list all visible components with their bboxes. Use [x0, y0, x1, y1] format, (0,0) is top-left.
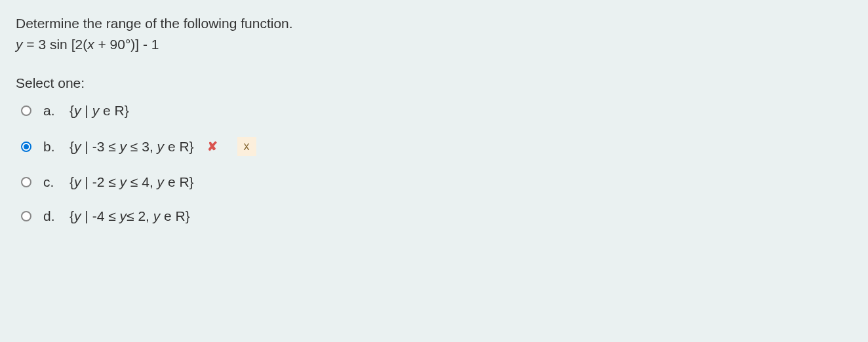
question-equation: y = 3 sin [2(x + 90°)] - 1: [16, 34, 852, 55]
eq-y: y: [16, 37, 23, 52]
option-b-letter: b.: [43, 139, 58, 155]
option-c-text: {y | -2 ≤ y ≤ 4, y e R}: [69, 174, 194, 190]
option-a-letter: a.: [43, 103, 58, 119]
question-block: Determine the range of the following fun…: [16, 13, 852, 54]
incorrect-icon: ✘: [207, 139, 218, 154]
options-list: a. {y | y e R} b. {y | -3 ≤ y ≤ 3, y e R…: [16, 103, 852, 224]
select-one-label: Select one:: [16, 75, 852, 91]
option-d-text: {y | -4 ≤ y≤ 2, y e R}: [69, 208, 190, 224]
option-a[interactable]: a. {y | y e R}: [21, 103, 852, 119]
option-a-text: {y | y e R}: [69, 103, 129, 119]
eq-part1: = 3 sin [2(: [23, 37, 88, 52]
option-b[interactable]: b. {y | -3 ≤ y ≤ 3, y e R} ✘ x: [21, 137, 852, 156]
option-c-letter: c.: [43, 174, 58, 190]
eq-part2: + 90°)] - 1: [94, 37, 159, 52]
radio-b[interactable]: [21, 142, 31, 152]
eq-x: x: [87, 37, 94, 52]
question-prompt: Determine the range of the following fun…: [16, 13, 852, 34]
option-c[interactable]: c. {y | -2 ≤ y ≤ 4, y e R}: [21, 174, 852, 190]
option-b-text: {y | -3 ≤ y ≤ 3, y e R}: [69, 139, 194, 155]
feedback-badge: x: [237, 137, 256, 156]
radio-a[interactable]: [21, 105, 31, 116]
option-d[interactable]: d. {y | -4 ≤ y≤ 2, y e R}: [21, 208, 852, 224]
option-d-letter: d.: [43, 208, 58, 224]
radio-d[interactable]: [21, 211, 31, 221]
radio-c[interactable]: [21, 177, 31, 187]
